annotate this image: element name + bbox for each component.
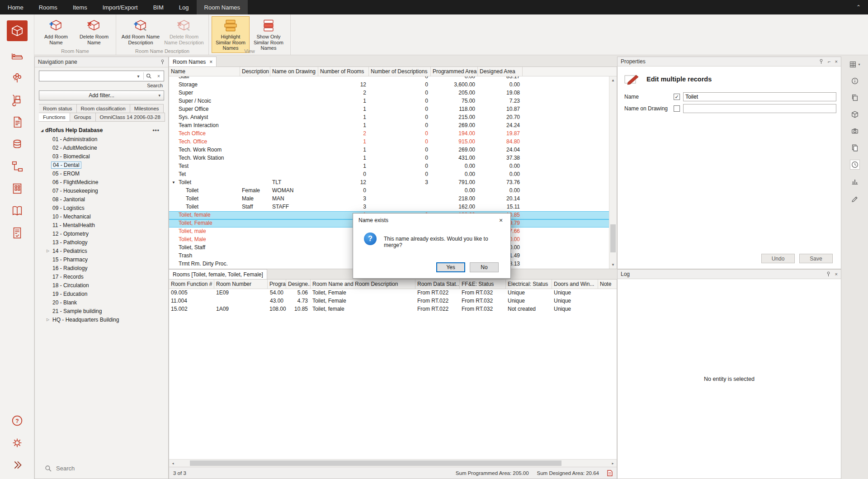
menu-item[interactable]: Home xyxy=(0,0,31,14)
documents-icon[interactable] xyxy=(850,143,860,153)
add-room-name-description-button[interactable]: Add Room Name Description xyxy=(119,16,162,47)
table-layout-icon[interactable] xyxy=(849,61,857,68)
column-header-ffe-status[interactable]: FF&E: Status xyxy=(460,280,506,289)
table-row[interactable]: Tech Office 2 0 194.00 19.87 xyxy=(169,130,609,138)
add-filter-dropdown[interactable]: Add filter... ▾ xyxy=(39,90,164,100)
scroll-left-icon[interactable]: ◂ xyxy=(169,460,177,467)
settings-gear-icon[interactable] xyxy=(9,435,25,451)
table-row[interactable]: Tech. Office 1 0 915.00 84.80 xyxy=(169,138,609,146)
undo-button[interactable]: Undo xyxy=(761,254,795,263)
room-names-module-icon[interactable] xyxy=(7,20,28,41)
tree-item[interactable]: 01 - Administration xyxy=(39,135,164,143)
reports-module-icon[interactable] xyxy=(9,225,25,241)
scrollbar-thumb[interactable] xyxy=(190,460,561,466)
table-row[interactable]: Stall 0 0.00 83.17 xyxy=(169,76,609,81)
edit-icon[interactable] xyxy=(850,193,860,203)
column-header-number-of-descriptions[interactable]: Number of Descriptions xyxy=(369,67,431,76)
close-icon[interactable]: × xyxy=(209,59,212,65)
column-header-room-name[interactable]: Room Name and Room Description xyxy=(311,280,415,289)
table-row[interactable]: Tech. Work Room 1 0 269.00 24.04 xyxy=(169,146,609,154)
tree-item[interactable]: 03 - Biomedical xyxy=(39,152,164,161)
tree-item[interactable]: 21 - Sample building xyxy=(39,307,164,315)
table-row[interactable]: Super Office 1 0 118.00 10.87 xyxy=(169,105,609,114)
close-icon[interactable]: × xyxy=(835,59,838,64)
nav-bottom-search-input[interactable] xyxy=(56,465,164,472)
chevron-down-icon[interactable]: ▾ xyxy=(858,62,860,66)
tree-item[interactable]: 13 - Pathology xyxy=(39,238,164,247)
nav-tab[interactable]: Room classification xyxy=(77,104,130,113)
table-row[interactable]: Toilet Male MAN 3 218.00 20.14 xyxy=(169,195,609,203)
column-header-designed[interactable]: Designe... xyxy=(286,280,311,289)
table-row[interactable]: Team Interaction 1 0 269.00 24.24 xyxy=(169,122,609,130)
column-header-room-data-status[interactable]: Room Data Stat... xyxy=(415,280,460,289)
info-icon[interactable] xyxy=(850,76,860,86)
show-only-similar-room-names-button[interactable]: Show Only Similar Room Names xyxy=(250,16,288,53)
tree-expand-icon[interactable]: ◢ xyxy=(39,128,45,133)
tree-item[interactable]: 20 - Blank xyxy=(39,298,164,307)
help-icon[interactable]: ? xyxy=(9,413,25,428)
scrollbar-track[interactable] xyxy=(609,84,617,261)
scrollbar-thumb[interactable] xyxy=(610,224,616,252)
table-row[interactable]: Tech. Work Station 1 0 431.00 37.38 xyxy=(169,154,609,162)
close-icon[interactable]: × xyxy=(491,213,510,227)
column-header-name[interactable]: Name xyxy=(169,67,240,76)
tree-root[interactable]: ◢ dRofus Help Database ••• xyxy=(39,126,164,135)
horizontal-scrollbar[interactable]: ◂ ▸ xyxy=(169,459,617,467)
items-module-icon[interactable] xyxy=(9,70,25,85)
scroll-down-icon[interactable]: ▼ xyxy=(609,261,617,269)
tree-item[interactable]: 11 - MentalHealth xyxy=(39,221,164,229)
column-header-room-number[interactable]: Room Number xyxy=(214,280,268,289)
column-header-description[interactable]: Description xyxy=(240,67,270,76)
chart-icon[interactable] xyxy=(850,176,860,186)
table-row[interactable]: 15.002 1A09 108.00 10.85 Toilet, female … xyxy=(169,305,617,313)
table-row[interactable]: Super / Ncoic 1 0 75.00 7.23 xyxy=(169,97,609,105)
nav-tab[interactable]: Groups xyxy=(70,113,96,122)
tree-item[interactable]: 16 - Radiology xyxy=(39,264,164,272)
report-icon[interactable] xyxy=(607,470,613,476)
menu-item[interactable]: Items xyxy=(65,0,95,14)
name-on-drawing-field[interactable] xyxy=(683,104,836,113)
history-icon[interactable] xyxy=(850,160,860,170)
collapse-icon[interactable]: ⌐ xyxy=(828,59,830,64)
equipment-module-icon[interactable] xyxy=(9,92,25,108)
tree-item[interactable]: ▷ HQ - Headquarters Building xyxy=(39,315,164,324)
search-link[interactable]: Search xyxy=(39,81,164,88)
menu-item[interactable]: Room Names xyxy=(197,0,248,14)
clear-search-icon[interactable]: × xyxy=(154,71,164,81)
expand-strip-icon[interactable] xyxy=(9,457,25,473)
collapse-ribbon-icon[interactable]: ⌃ xyxy=(849,0,868,14)
table-row[interactable]: ▼Toilet TLT 12 3 791.00 73.76 xyxy=(169,179,609,187)
tree-item[interactable]: 07 - Housekeeping xyxy=(39,186,164,195)
nav-tab[interactable]: Functions xyxy=(39,113,70,122)
table-row[interactable]: 11.004 43.00 4.73 Toilet, Female From RT… xyxy=(169,297,617,305)
library-module-icon[interactable] xyxy=(9,203,25,218)
table-row[interactable]: Tet 0 0 0.00 0.00 xyxy=(169,171,609,179)
column-header-room-function[interactable]: Room Function # xyxy=(169,280,214,289)
scroll-up-icon[interactable]: ▲ xyxy=(609,76,617,84)
nav-tab[interactable]: Milestones xyxy=(130,104,164,113)
tree-item[interactable]: ▷ 14 - Pediatrics xyxy=(39,247,164,255)
finance-module-icon[interactable] xyxy=(9,137,25,152)
tree-item[interactable]: 15 - Pharmacy xyxy=(39,255,164,264)
column-header-name-on-drawing[interactable]: Name on Drawing xyxy=(270,67,318,76)
column-header-programmed[interactable]: Progra... xyxy=(268,280,286,289)
vertical-scrollbar[interactable]: ▲ ▼ xyxy=(609,76,617,269)
add-room-name-button[interactable]: Add Room Name xyxy=(37,16,75,47)
name-field[interactable] xyxy=(683,92,836,101)
chevron-down-icon[interactable]: ▾ xyxy=(133,71,143,81)
column-header-number-of-rooms[interactable]: Number of Rooms xyxy=(318,67,369,76)
scroll-right-icon[interactable]: ▸ xyxy=(609,460,617,467)
table-row[interactable]: 09.005 1E09 54.00 5.06 Toilet, Female Fr… xyxy=(169,289,617,297)
process-module-icon[interactable] xyxy=(9,159,25,174)
tree-menu-icon[interactable]: ••• xyxy=(152,127,160,133)
table-row[interactable]: Sys. Analyst 1 0 215.00 20.70 xyxy=(169,114,609,122)
tree-item[interactable]: 05 - EROM xyxy=(39,169,164,178)
building-module-icon[interactable] xyxy=(9,181,25,196)
close-icon[interactable]: × xyxy=(835,271,838,277)
column-header-designed-area[interactable]: Designed Area xyxy=(478,67,523,76)
column-header-programmed-area[interactable]: Programmed Area xyxy=(431,67,478,76)
documents-module-icon[interactable] xyxy=(9,114,25,130)
delete-room-name-button[interactable]: Delete Room Name xyxy=(75,16,113,47)
name-on-drawing-checkbox[interactable] xyxy=(674,105,680,112)
camera-icon[interactable] xyxy=(850,126,860,136)
